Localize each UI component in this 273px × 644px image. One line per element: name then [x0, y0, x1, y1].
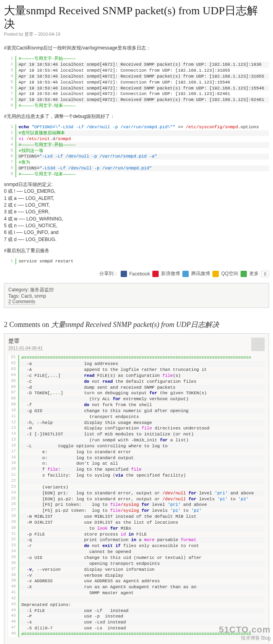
share-facebook[interactable]: Facebook: [129, 271, 150, 277]
posted-by-label: Posted by: [4, 32, 23, 36]
line-number: 07: [8, 390, 19, 396]
tag-link[interactable]: Cacti: [21, 293, 32, 299]
code-line: Apr 19 10:53:48 localhost snmpd[4972]: C…: [16, 80, 269, 85]
code-line: -s use -Lsd instead: [19, 619, 265, 625]
code-line: Apr 19 10:53:48 localhost snmpd[4972]: C…: [16, 91, 269, 97]
line-number: 25: [8, 496, 19, 502]
code-line: #————–引用文字-开始————–: [16, 142, 269, 148]
facebook-icon[interactable]: [121, 271, 127, 277]
line-number: 04: [8, 373, 19, 379]
line-number: 27: [8, 508, 19, 514]
category-box: Category: 服务器监控 Tags: Cacti, snmp 2 Comm…: [4, 283, 269, 308]
category-label: Category:: [8, 287, 29, 293]
line-number: 1: [4, 56, 16, 62]
weibo-icon[interactable]: [152, 271, 159, 277]
code-line: -X run as an AgentX subagent rather than…: [19, 584, 265, 590]
paragraph: #无用的志信息太多了，调整一个debug级别就好了：: [4, 113, 269, 120]
comment-item: 楚霏 2011-01-04 06:41 01#=================…: [4, 333, 269, 644]
line-number: 28: [8, 514, 19, 520]
line-number: 8: [4, 97, 16, 103]
line-number: 29: [8, 520, 19, 526]
code-line: -M DIRLIST use DIRLIST as the list of lo…: [19, 520, 265, 526]
line-number: 42: [8, 596, 19, 602]
line-number: 26: [8, 502, 19, 508]
share-more[interactable]: 更多: [249, 270, 259, 277]
line-number: 19: [8, 461, 19, 467]
code-line: [EON] pri: log to standard error, output…: [19, 490, 265, 496]
share-count: 0: [261, 271, 269, 277]
line-number: 5: [4, 148, 16, 154]
tencent-weibo-icon[interactable]: [182, 271, 189, 277]
code-line: -m MIBLIST use MIBLIST instead of the de…: [19, 514, 265, 520]
code-line: #也可以直接改启动脚本: [16, 130, 269, 136]
code-line: -L toggle options controlling where to l…: [19, 443, 265, 449]
code-line: -g GID change to this numeric gid after …: [19, 408, 265, 414]
post-title: 大量snmpd Received SNMP packet(s) from UDP…: [4, 4, 269, 30]
line-number: 02: [8, 361, 19, 367]
comment-author[interactable]: 楚霏: [8, 338, 43, 345]
category-link[interactable]: 服务器监控: [30, 287, 54, 293]
code-line: [FS] p1-p2 token: log to file/syslog for…: [19, 508, 265, 514]
line-number: 12: [8, 420, 19, 426]
line-number: 46: [8, 619, 19, 625]
code-line: #=======================================…: [19, 631, 265, 637]
line-number: 34: [8, 549, 19, 555]
line-number: 45: [8, 614, 19, 619]
code-line: s facility: log to syslog (via the speci…: [19, 473, 265, 479]
line-number: 1: [4, 258, 16, 264]
share-tencent[interactable]: 腾讯微博: [191, 270, 210, 277]
line-number: 4: [4, 74, 16, 80]
line-number: 35: [8, 555, 19, 561]
code-line: cannot be opened: [19, 549, 265, 555]
code-line: n: don't log at all: [19, 461, 265, 467]
code-line: [19, 479, 265, 484]
line-number: 08: [8, 396, 19, 402]
code-line: SNMP master agent: [19, 590, 265, 596]
post-author-link[interactable]: 楚霏: [25, 32, 33, 36]
line-number: 7: [4, 91, 16, 97]
code-line: #找到这一项: [16, 148, 269, 154]
code-line: service snmpd restart: [16, 258, 269, 264]
code-line: -A append to the logfile rather than tru…: [19, 367, 265, 373]
line-number: 23: [8, 484, 19, 490]
line-number: 2: [4, 62, 16, 68]
line-number: 10: [8, 408, 19, 414]
comment-date-link[interactable]: 2011-01-04 06:41: [8, 346, 43, 351]
line-number: 7: [4, 160, 16, 165]
comments-count-link[interactable]: 2 Comments: [8, 299, 35, 305]
code-line: vi /etc/init.d/snmpd: [16, 136, 269, 142]
tag-link[interactable]: snmp: [34, 293, 46, 299]
line-number: 17: [8, 449, 19, 455]
more-icon[interactable]: [241, 271, 247, 277]
line-number: 03: [8, 367, 19, 373]
paragraph: #最后别忘了重启服务: [4, 247, 269, 255]
share-weibo[interactable]: 新浪微博: [161, 270, 180, 277]
line-number: 47: [8, 625, 19, 631]
code-line: (run snmpd with -Dmib_init for a list): [19, 437, 265, 443]
line-number: 32: [8, 537, 19, 543]
line-number: 31: [8, 532, 19, 538]
post-body: #装完Cacti和snmp后过一段时间发现/var/log/message里有很…: [4, 44, 269, 264]
line-number: 2: [4, 130, 16, 136]
comments-heading-title: 大量snmpd Received SNMP packet(s) from UDP…: [51, 321, 219, 329]
line-number: 8: [4, 165, 16, 171]
qzone-icon[interactable]: [212, 271, 219, 277]
line-number: 3: [4, 68, 16, 74]
line-number: 39: [8, 578, 19, 584]
code-line: #————–引用文字-结束————–: [16, 171, 269, 177]
code-line: -C do not read the default configuration…: [19, 379, 265, 385]
line-number: 37: [8, 567, 19, 573]
code-line: -h, --help display this usage message: [19, 420, 265, 426]
code-block-1: 1#————–引用文字-开始————–2Apr 19 10:53:48 loca…: [4, 56, 269, 109]
code-block-comment: 01#=====================================…: [8, 355, 265, 637]
code-line: (variants): [19, 484, 265, 490]
paragraph: #装完Cacti和snmp后过一段时间发现/var/log/message里有很…: [4, 44, 269, 52]
code-line: (try ALL for extremely verbose output): [19, 396, 265, 402]
code-line: -d dump sent and received SNMP packets: [19, 385, 265, 391]
share-qzone[interactable]: QQ空间: [221, 270, 238, 277]
line-number: 48: [8, 631, 19, 637]
line-number: 9: [4, 103, 16, 109]
line-number: 9: [4, 171, 16, 177]
code-line: -c FILE[,...] read FILE(s) as configurat…: [19, 373, 265, 379]
code-line: -q print information in a more parsable …: [19, 537, 265, 543]
